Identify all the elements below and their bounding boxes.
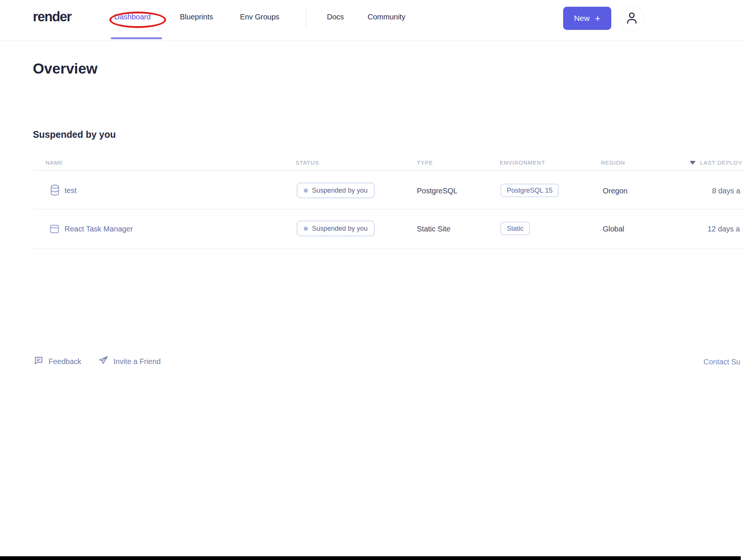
feedback-link[interactable]: Feedback bbox=[34, 355, 81, 367]
invite-a-friend-link[interactable]: Invite a Friend bbox=[98, 355, 161, 368]
nav-divider bbox=[306, 9, 306, 28]
sort-descending-icon[interactable] bbox=[690, 161, 696, 165]
contact-support-link[interactable]: Contact Su bbox=[703, 358, 740, 366]
status-label: Suspended by you bbox=[312, 225, 368, 233]
service-region: Global bbox=[603, 225, 624, 233]
browser-icon bbox=[49, 224, 60, 236]
table-header-divider bbox=[33, 170, 746, 171]
column-header-type[interactable]: TYPE bbox=[417, 159, 433, 166]
environment-badge: PostgreSQL 15 bbox=[500, 184, 559, 197]
render-logo[interactable]: render bbox=[33, 9, 71, 25]
column-header-last-deploy[interactable]: LAST DEPLOY bbox=[700, 159, 742, 166]
column-header-name[interactable]: NAME bbox=[46, 159, 63, 166]
status-dot-icon bbox=[304, 189, 308, 193]
nav-tab-blueprints[interactable]: Blueprints bbox=[180, 13, 213, 21]
plus-icon: + bbox=[595, 13, 600, 24]
feedback-label: Feedback bbox=[49, 357, 81, 366]
nav-link-docs[interactable]: Docs bbox=[327, 13, 344, 21]
service-type: PostgreSQL bbox=[417, 187, 458, 195]
nav-tab-dashboard[interactable]: Dashboard bbox=[114, 13, 151, 21]
render-dashboard-page: render Dashboard Blueprints Env Groups D… bbox=[0, 0, 746, 560]
column-header-status[interactable]: STATUS bbox=[296, 159, 319, 166]
service-name-link[interactable]: test bbox=[65, 186, 77, 195]
status-label: Suspended by you bbox=[312, 187, 368, 195]
last-deploy-value: 8 days a bbox=[712, 187, 740, 195]
user-icon bbox=[624, 10, 640, 27]
active-tab-underline bbox=[111, 37, 162, 39]
nav-tab-env-groups[interactable]: Env Groups bbox=[240, 13, 280, 21]
paper-plane-icon bbox=[98, 355, 109, 368]
feedback-bubble-icon bbox=[34, 355, 44, 367]
environment-badge: Static bbox=[500, 222, 530, 235]
invite-label: Invite a Friend bbox=[113, 357, 161, 366]
service-type: Static Site bbox=[417, 225, 450, 233]
status-badge: Suspended by you bbox=[297, 183, 375, 198]
column-header-environment[interactable]: ENVIRONMENT bbox=[500, 159, 545, 166]
top-navigation-bar: render Dashboard Blueprints Env Groups D… bbox=[0, 0, 746, 41]
new-button[interactable]: New + bbox=[563, 7, 611, 30]
account-menu-button[interactable] bbox=[619, 6, 644, 31]
bottom-screen-edge-bar bbox=[0, 556, 741, 560]
row-divider bbox=[33, 209, 746, 209]
service-name-link[interactable]: React Task Manager bbox=[65, 225, 133, 233]
page-title: Overview bbox=[33, 60, 97, 77]
database-icon bbox=[49, 184, 61, 199]
status-badge: Suspended by you bbox=[297, 221, 375, 236]
service-region: Oregon bbox=[603, 187, 628, 195]
section-title-suspended: Suspended by you bbox=[33, 129, 116, 140]
nav-link-community[interactable]: Community bbox=[368, 13, 405, 21]
column-header-region[interactable]: REGION bbox=[601, 159, 625, 166]
status-dot-icon bbox=[304, 227, 308, 231]
last-deploy-value: 12 days a bbox=[708, 225, 740, 233]
table-bottom-divider bbox=[33, 249, 746, 249]
new-button-label: New bbox=[574, 14, 590, 23]
